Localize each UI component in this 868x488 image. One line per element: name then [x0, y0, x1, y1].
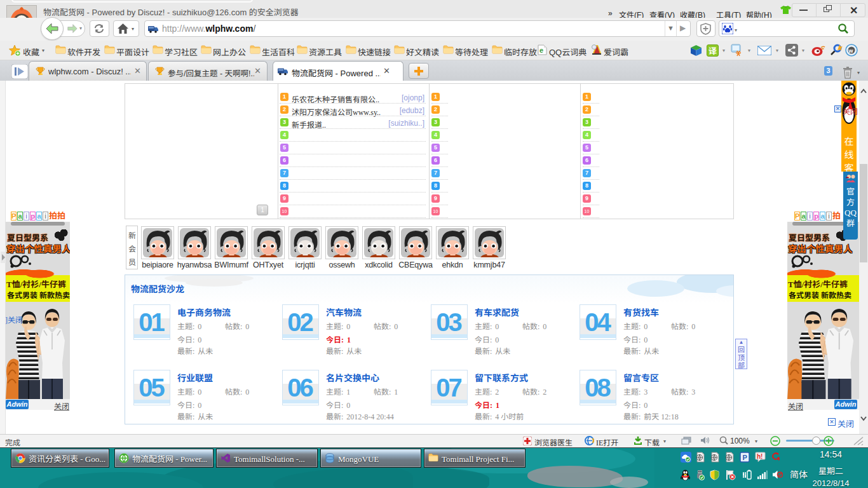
- svg-text:P: P: [743, 454, 747, 461]
- svg-text:w: w: [848, 48, 854, 54]
- svg-text:h!: h!: [757, 453, 763, 460]
- svg-text:e: e: [539, 46, 543, 54]
